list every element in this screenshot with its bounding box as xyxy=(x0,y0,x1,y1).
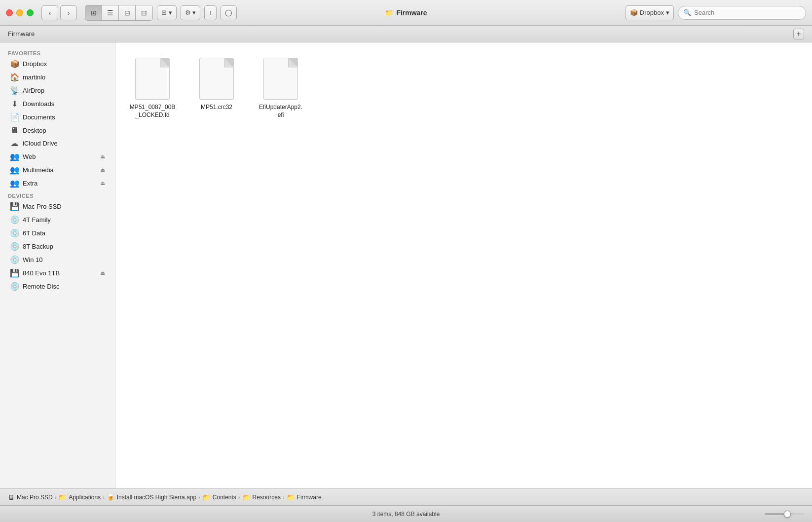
view-column-button[interactable]: ⊟ xyxy=(119,5,136,20)
search-bar[interactable]: 🔍 xyxy=(678,6,806,20)
eject-web-icon[interactable]: ⏏ xyxy=(100,153,105,160)
sidebar-item-840evo[interactable]: 💾 840 Evo 1TB ⏏ xyxy=(2,266,113,280)
home-icon: 🏠 xyxy=(10,73,19,82)
sidebar-item-6t-data[interactable]: 💿 6T Data xyxy=(2,226,113,240)
forward-button[interactable]: › xyxy=(60,5,77,20)
view-dropdown-button[interactable]: ⊞ ▾ xyxy=(157,5,177,20)
sidebar-label-extra: Extra xyxy=(23,180,37,187)
files-grid: MP51_0087_00B_LOCKED.fd MP51.crc32 xyxy=(115,42,812,133)
sidebar-item-dropbox[interactable]: 📦 Dropbox xyxy=(2,57,113,71)
breadcrumb-sep-1: › xyxy=(55,494,57,500)
view-buttons: ⊞ ☰ ⊟ ⊡ xyxy=(85,5,153,21)
file-fold-2 xyxy=(224,58,233,67)
file-name-1: MP51_0087_00B_LOCKED.fd xyxy=(129,104,176,119)
sidebar-label-8t-backup: 8T Backup xyxy=(23,243,53,250)
sidebar-item-web[interactable]: 👥 Web ⏏ xyxy=(2,150,113,163)
breadcrumb-sep-2: › xyxy=(103,494,105,500)
column-icon: ⊟ xyxy=(124,9,130,17)
status-text: 3 items, 848 GB available xyxy=(47,511,765,518)
sidebar: Favorites 📦 Dropbox 🏠 martinlo 📡 AirDrop… xyxy=(0,42,115,488)
breadcrumb-resources[interactable]: 📁 Resources xyxy=(242,493,281,501)
multimedia-icon: 👥 xyxy=(10,165,19,175)
sidebar-item-remote-disc[interactable]: 💿 Remote Disc xyxy=(2,280,113,293)
sidebar-item-4t-family[interactable]: 💿 4T Family xyxy=(2,213,113,226)
view-list-button[interactable]: ☰ xyxy=(102,5,119,20)
sidebar-item-8t-backup[interactable]: 💿 8T Backup xyxy=(2,240,113,253)
breadcrumb-contents[interactable]: 📁 Contents xyxy=(202,493,236,501)
tag-button[interactable]: ◯ xyxy=(221,5,237,20)
view-coverflow-button[interactable]: ⊡ xyxy=(136,5,152,20)
window-title: 📁 Firmware xyxy=(385,9,427,17)
sidebar-item-extra-left: 👥 Extra xyxy=(10,179,37,188)
breadcrumb-sep-4: › xyxy=(238,494,240,500)
sidebar-label-web: Web xyxy=(23,153,36,160)
breadcrumb-mac-pro-label: Mac Pro SSD xyxy=(17,494,53,501)
sidebar-item-extra[interactable]: 👥 Extra ⏏ xyxy=(2,177,113,190)
breadcrumb-resources-label: Resources xyxy=(253,494,281,501)
sidebar-item-desktop[interactable]: 🖥 Desktop xyxy=(2,124,113,137)
breadcrumb-resources-icon: 📁 xyxy=(242,493,251,501)
eject-840evo-icon[interactable]: ⏏ xyxy=(100,270,105,276)
file-icon-3 xyxy=(263,58,298,100)
file-item-1[interactable]: MP51_0087_00B_LOCKED.fd xyxy=(125,52,180,123)
zoom-thumb[interactable] xyxy=(784,511,791,518)
breadcrumb-mac-pro-ssd[interactable]: 🖥 Mac Pro SSD xyxy=(8,493,53,501)
share-button[interactable]: ↑ xyxy=(204,5,217,20)
sidebar-label-airdrop: AirDrop xyxy=(23,87,44,94)
breadcrumb-applications[interactable]: 📁 Applications xyxy=(58,493,101,501)
traffic-lights xyxy=(6,9,34,16)
maximize-button[interactable] xyxy=(27,9,34,16)
minimize-button[interactable] xyxy=(16,9,23,16)
forward-icon: › xyxy=(68,9,70,17)
file-fold-1 xyxy=(160,58,169,67)
close-button[interactable] xyxy=(6,9,13,16)
sidebar-item-win10[interactable]: 💿 Win 10 xyxy=(2,253,113,266)
file-name-3: EfiUpdaterApp2.efi xyxy=(258,104,304,119)
breadcrumb-contents-icon: 📁 xyxy=(202,493,211,501)
icloud-icon: ☁ xyxy=(10,139,19,148)
add-tab-button[interactable]: + xyxy=(793,29,804,39)
remote-disc-icon: 💿 xyxy=(10,282,19,291)
title-bar: ‹ › ⊞ ☰ ⊟ ⊡ ⊞ ▾ ⚙ ▾ ↑ ◯ 📁 Firmware xyxy=(0,0,812,26)
breadcrumb-sep-5: › xyxy=(283,494,285,500)
file-item-2[interactable]: MP51.crc32 xyxy=(189,52,244,123)
sidebar-item-multimedia-left: 👥 Multimedia xyxy=(10,165,54,175)
sidebar-item-martinlo[interactable]: 🏠 martinlo xyxy=(2,71,113,84)
breadcrumb-firmware[interactable]: 📁 Firmware xyxy=(287,493,322,501)
coverflow-icon: ⊡ xyxy=(141,9,147,17)
zoom-slider[interactable] xyxy=(765,513,804,515)
path-bar: Firmware + xyxy=(0,26,812,42)
gear-icon: ⚙ ▾ xyxy=(185,9,196,16)
sidebar-item-multimedia[interactable]: 👥 Multimedia ⏏ xyxy=(2,163,113,177)
disk-6t-icon: 💿 xyxy=(10,228,19,238)
airdrop-icon: 📡 xyxy=(10,86,19,95)
disk-8t-icon: 💿 xyxy=(10,242,19,251)
back-button[interactable]: ‹ xyxy=(41,5,58,20)
sidebar-item-downloads[interactable]: ⬇ Downloads xyxy=(2,97,113,111)
sidebar-label-martinlo: martinlo xyxy=(23,74,45,81)
dropbox-button[interactable]: 📦 Dropbox ▾ xyxy=(626,5,674,20)
sidebar-item-documents[interactable]: 📄 Documents xyxy=(2,111,113,124)
breadcrumb-install-macos[interactable]: 🍺 Install macOS High Sierra.app xyxy=(107,493,196,501)
breadcrumb-install-icon: 🍺 xyxy=(107,493,115,501)
search-input[interactable] xyxy=(694,9,801,16)
file-item-3[interactable]: EfiUpdaterApp2.efi xyxy=(254,52,308,123)
zoom-control[interactable] xyxy=(765,513,804,515)
breadcrumb-contents-label: Contents xyxy=(213,494,236,501)
path-bar-title: Firmware xyxy=(8,30,35,37)
breadcrumb-applications-icon: 📁 xyxy=(58,493,67,501)
sidebar-item-icloud[interactable]: ☁ iCloud Drive xyxy=(2,137,113,150)
search-icon: 🔍 xyxy=(683,9,691,16)
settings-button[interactable]: ⚙ ▾ xyxy=(181,5,201,20)
eject-extra-icon[interactable]: ⏏ xyxy=(100,180,105,186)
grid-icon: ⊞ xyxy=(91,9,97,17)
web-icon: 👥 xyxy=(10,152,19,161)
sidebar-item-airdrop[interactable]: 📡 AirDrop xyxy=(2,84,113,97)
dropbox-arrow-icon: ▾ xyxy=(666,9,669,16)
eject-multimedia-icon[interactable]: ⏏ xyxy=(100,167,105,173)
sidebar-label-dropbox: Dropbox xyxy=(23,60,47,68)
file-icon-wrapper-1 xyxy=(133,56,172,101)
main-area: Favorites 📦 Dropbox 🏠 martinlo 📡 AirDrop… xyxy=(0,42,812,488)
view-icon-button[interactable]: ⊞ xyxy=(85,5,102,20)
sidebar-item-mac-pro-ssd[interactable]: 💾 Mac Pro SSD xyxy=(2,200,113,213)
